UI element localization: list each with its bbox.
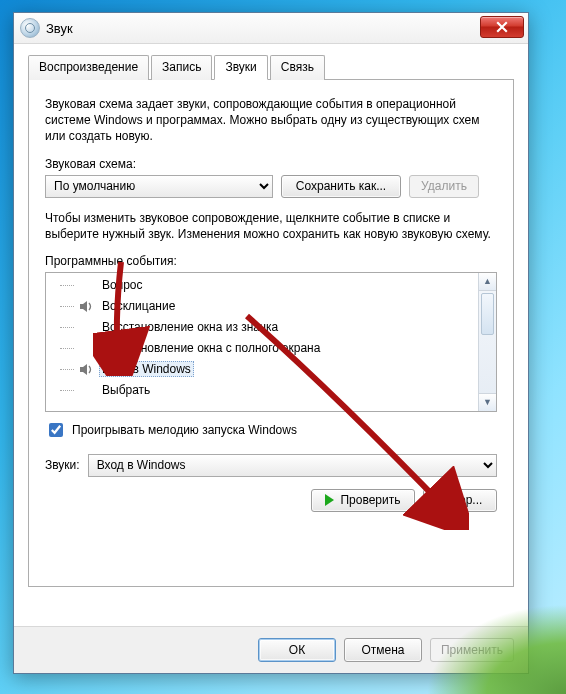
event-name: Выбрать (99, 382, 153, 398)
event-item[interactable]: Вход в Windows (54, 359, 479, 380)
close-button[interactable] (480, 16, 524, 38)
sound-file-combo[interactable]: Вход в Windows (88, 454, 497, 477)
event-item[interactable]: Выбрать (54, 380, 479, 401)
sounds-page: Звуковая схема задает звуки, сопровождаю… (28, 79, 514, 587)
play-startup-label[interactable]: Проигрывать мелодию запуска Windows (72, 423, 297, 437)
speaker-icon (78, 362, 94, 376)
event-name: Восстановление окна из значка (99, 319, 281, 335)
speaker-icon (78, 278, 94, 292)
events-label: Программные события: (45, 254, 497, 268)
event-name: Вопрос (99, 277, 146, 293)
event-name: Восстановление окна с полного экрана (99, 340, 323, 356)
titlebar[interactable]: Звук (14, 13, 528, 44)
scheme-combo[interactable]: По умолчанию (45, 175, 273, 198)
ok-button[interactable]: ОК (258, 638, 336, 662)
scroll-up-button[interactable]: ▲ (479, 273, 496, 291)
play-startup-checkbox[interactable] (49, 423, 63, 437)
tab-recording[interactable]: Запись (151, 55, 212, 80)
event-name: Восклицание (99, 298, 178, 314)
sound-dialog: Звук Воспроизведение Запись Звуки Связь … (13, 12, 529, 674)
scrollbar[interactable]: ▲ ▼ (478, 273, 496, 411)
event-item[interactable]: Восстановление окна из значка (54, 317, 479, 338)
sounds-label: Звуки: (45, 458, 80, 472)
apply-button: Применить (430, 638, 514, 662)
event-name: Вход в Windows (99, 361, 194, 377)
test-button[interactable]: Проверить (311, 489, 415, 512)
speaker-icon (78, 320, 94, 334)
browse-button[interactable]: Обзор... (423, 489, 497, 512)
sound-icon (20, 18, 40, 38)
events-listbox[interactable]: ВопросВосклицаниеВосстановление окна из … (45, 272, 497, 412)
delete-button: Удалить (409, 175, 479, 198)
tab-playback[interactable]: Воспроизведение (28, 55, 149, 80)
scroll-thumb[interactable] (481, 293, 494, 335)
event-item[interactable]: Вопрос (54, 275, 479, 296)
tab-strip: Воспроизведение Запись Звуки Связь (28, 54, 514, 79)
event-item[interactable]: Восклицание (54, 296, 479, 317)
window-title: Звук (46, 21, 73, 36)
scroll-down-button[interactable]: ▼ (479, 393, 496, 411)
events-intro: Чтобы изменить звуковое сопровождение, щ… (45, 210, 497, 242)
intro-text: Звуковая схема задает звуки, сопровождаю… (45, 96, 497, 145)
dialog-footer: ОК Отмена Применить (14, 626, 528, 673)
cancel-button[interactable]: Отмена (344, 638, 422, 662)
speaker-icon (78, 299, 94, 313)
speaker-icon (78, 341, 94, 355)
close-icon (496, 21, 508, 33)
tab-sounds[interactable]: Звуки (214, 55, 267, 80)
event-item[interactable]: Восстановление окна с полного экрана (54, 338, 479, 359)
save-as-button[interactable]: Сохранить как... (281, 175, 401, 198)
scheme-label: Звуковая схема: (45, 157, 497, 171)
speaker-icon (78, 383, 94, 397)
tab-communications[interactable]: Связь (270, 55, 325, 80)
play-icon (325, 494, 334, 506)
